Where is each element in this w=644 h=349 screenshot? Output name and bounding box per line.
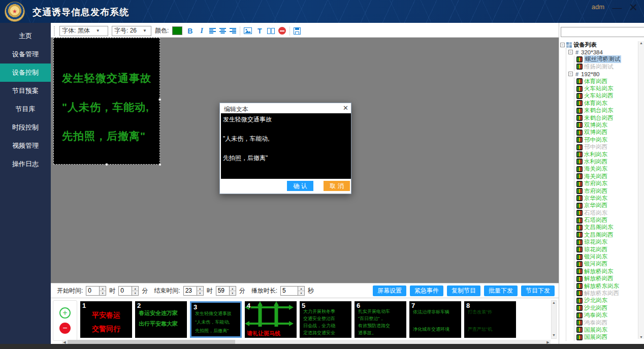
scroll-up-icon[interactable]: ▲ [552, 301, 556, 306]
action-button-batch-send[interactable]: 批量下发 [484, 285, 518, 296]
minimize-button[interactable]: — [610, 1, 624, 14]
tree-device[interactable]: 国展岗东 [576, 326, 637, 333]
spin-down-icon[interactable]: ▼ [100, 291, 106, 295]
playlist-item-1[interactable]: 1平安春运交警同行 [80, 301, 132, 338]
tree-device[interactable]: 文昌阁岗东 [576, 224, 637, 231]
font-size-select[interactable]: 字号: 26 ▼ [112, 26, 151, 36]
playlist-item-3[interactable]: 3发生轻微交通事故"人未伤，车能动,先拍照，后撤离" [190, 301, 242, 338]
end-hour-stepper[interactable]: ▲▼ [197, 286, 204, 296]
spin-up-icon[interactable]: ▲ [100, 287, 106, 291]
tree-device[interactable]: 火车站岗东 [576, 85, 637, 92]
end-hour-input[interactable] [183, 286, 197, 296]
collapse-toggle[interactable]: − [568, 72, 573, 76]
start-hour-input[interactable] [86, 286, 99, 296]
tree-group-320*384[interactable]: −#320*384 [568, 48, 637, 55]
tree-device[interactable]: 火车站岗西 [576, 92, 637, 100]
tree-device[interactable]: 体育岗东 [576, 100, 637, 107]
tree-device[interactable]: 水利岗东 [576, 151, 637, 158]
resize-handle-bottom[interactable] [105, 163, 108, 166]
tree-device[interactable]: 邗中岗东 [576, 136, 637, 143]
add-program-button[interactable]: + [59, 307, 71, 319]
spin-down-icon[interactable]: ▼ [230, 291, 236, 295]
playlist-item-7[interactable]: 7依法治理非标车辆 净化城市交通环境 [409, 301, 461, 338]
playlist-item-6[interactable]: 6扎实开展电动车"百日整治"，有效预防道路交通事故。 [355, 301, 406, 338]
start-minute-input[interactable] [118, 286, 132, 296]
tree-device[interactable]: 海关岗西 [576, 173, 637, 180]
sidebar-item-program-library[interactable]: 节目库 [0, 100, 51, 118]
spin-up-icon[interactable]: ▲ [197, 287, 203, 291]
tree-device[interactable]: 体育岗西 [576, 78, 637, 85]
tree-device[interactable]: 京华岗东 [576, 195, 637, 202]
playlist-item-2[interactable]: 2春运安全连万家出行平安靠大家 [135, 301, 187, 338]
duration-input[interactable] [280, 286, 298, 296]
sidebar-item-period-control[interactable]: 时段控制 [0, 118, 51, 137]
start-hour-stepper[interactable]: ▲▼ [99, 286, 106, 296]
tree-device[interactable]: 维扬岗测试 [576, 63, 637, 70]
spin-up-icon[interactable]: ▲ [230, 287, 236, 291]
playlist-item-5[interactable]: 5大力开展秋冬季交通安全整治百日会战，全力稳定道路交通安全形势！ [300, 301, 351, 338]
save-icon[interactable] [294, 27, 301, 35]
tree-device[interactable]: 京华岗西 [576, 202, 637, 209]
tree-device[interactable]: 解放桥岗西 [576, 275, 637, 282]
spin-down-icon[interactable]: ▼ [132, 291, 138, 295]
tree-device[interactable]: 鸿泰岗东 [576, 311, 637, 319]
tree-device[interactable]: 来鹤台岗东 [576, 107, 637, 114]
tree-device[interactable]: 市府岗西 [576, 187, 637, 195]
tree-device[interactable]: 国展岗西 [576, 334, 637, 341]
collapse-toggle[interactable]: − [568, 50, 573, 54]
dialog-textarea[interactable]: 发生轻微交通事故 "人未伤，车能动, 先拍照，后撤离" [221, 113, 351, 179]
sidebar-item-device-manage[interactable]: 设备管理 [0, 45, 51, 64]
tree-device[interactable]: 琼花岗东 [576, 239, 637, 246]
color-swatch[interactable] [172, 26, 182, 35]
device-search-input[interactable] [561, 27, 644, 37]
tree-device[interactable]: 解放桥东岗东 [576, 282, 637, 290]
font-family-select[interactable]: 字体: 黑体 ▼ [59, 26, 108, 36]
led-preview[interactable]: 发生轻微交通事故"人未伤，车能动,先拍照，后撤离" [53, 38, 160, 165]
remove-program-button[interactable]: − [59, 323, 71, 334]
tree-device[interactable]: 沙北岗西 [576, 304, 637, 311]
tree-device[interactable]: 双博岗东 [576, 121, 637, 129]
scroll-down-icon[interactable]: ▼ [638, 335, 644, 339]
tree-device[interactable]: 来鹤台岗西 [576, 114, 637, 121]
action-button-program-send[interactable]: 节目下发 [521, 285, 555, 296]
cancel-button[interactable]: 取 消 [324, 181, 350, 191]
tree-root[interactable]: −设备列表 [560, 41, 637, 48]
italic-button[interactable]: I [198, 27, 206, 35]
screen-split-icon[interactable] [267, 28, 275, 34]
tree-device[interactable]: 鸿泰岗西 [576, 319, 637, 326]
align-center-icon[interactable] [219, 28, 226, 34]
dialog-close-icon[interactable]: ✕ [343, 104, 348, 112]
resize-handle-corner[interactable] [158, 163, 162, 166]
tree-scrollbar[interactable]: ▲ ▼ [638, 41, 644, 339]
sidebar-item-home[interactable]: 主页 [0, 27, 51, 45]
tree-device[interactable]: 石塔岗西 [576, 216, 637, 224]
align-left-icon[interactable] [209, 28, 216, 34]
tree-device[interactable]: 银河岗东 [576, 253, 637, 260]
scroll-up-icon[interactable]: ▲ [638, 41, 644, 45]
text-tool-button[interactable]: T [255, 27, 264, 35]
resize-handle-right[interactable] [158, 98, 162, 101]
sidebar-item-operation-log[interactable]: 操作日志 [0, 155, 51, 173]
tree-device[interactable]: 市府岗东 [576, 180, 637, 187]
action-button-screen-settings[interactable]: 屏幕设置 [373, 285, 406, 296]
action-button-emergency-event[interactable]: 紧急事件 [410, 285, 443, 296]
tree-device[interactable]: 水利岗西 [576, 158, 637, 165]
tree-device[interactable]: 解放桥东岗西 [576, 290, 637, 297]
bold-button[interactable]: B [186, 27, 194, 35]
duration-stepper[interactable]: ▲▼ [298, 286, 305, 296]
playlist-vertical-scrollbar[interactable]: ▲ ▼ [551, 300, 557, 339]
align-right-icon[interactable] [230, 28, 236, 34]
action-button-copy-program[interactable]: 复制节目 [447, 285, 480, 296]
end-minute-input[interactable] [216, 286, 229, 296]
spin-up-icon[interactable]: ▲ [132, 287, 138, 291]
sidebar-item-video-manage[interactable]: 视频管理 [0, 137, 51, 155]
tree-device[interactable]: 沙北岗东 [576, 297, 637, 304]
tree-device[interactable]: 解放桥岗东 [576, 268, 637, 275]
tree-device[interactable]: 石塔岗东 [576, 209, 637, 216]
tree-device[interactable]: 银河岗西 [576, 261, 637, 268]
collapse-toggle[interactable]: − [560, 43, 565, 47]
scroll-down-icon[interactable]: ▼ [552, 333, 556, 338]
tree-device[interactable]: 螺丝湾桥测试 [576, 56, 637, 63]
sidebar-item-program-plan[interactable]: 节目预案 [0, 82, 51, 100]
playlist-item-8[interactable]: 8打击改装"炸 严查严惩"机 [464, 301, 516, 338]
